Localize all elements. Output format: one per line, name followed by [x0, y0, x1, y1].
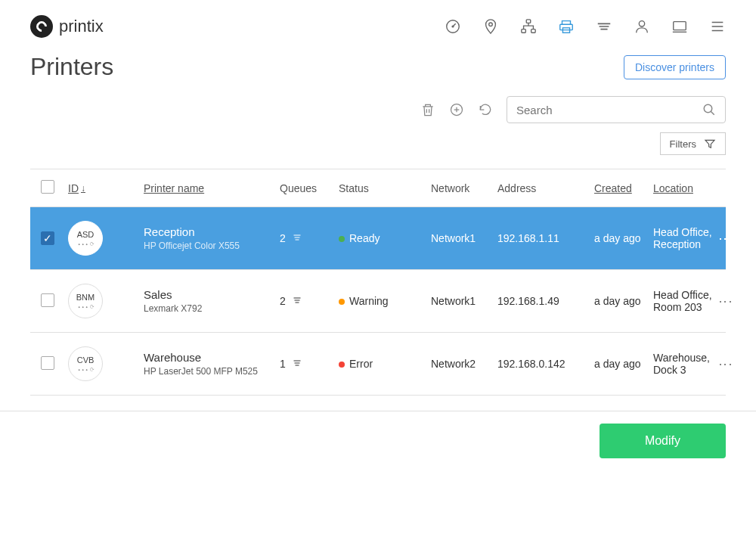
network-icon[interactable] [520, 18, 537, 35]
created-cell: a day ago [594, 232, 653, 244]
table-row[interactable]: BNM⬩⬩⬩ ⟳ SalesLexmark X792 2 Warning Net… [30, 270, 726, 333]
table-row[interactable]: ✓ ASD⬩⬩⬩ ⟳ ReceptionHP Officejet Color X… [30, 207, 726, 270]
printer-features-icon: ⬩⬩⬩ ⟳ [77, 240, 94, 247]
search-icon [702, 103, 716, 116]
column-created[interactable]: Created [594, 182, 653, 194]
svg-rect-5 [531, 29, 536, 33]
svg-point-11 [704, 104, 712, 113]
queue-count: 2 [280, 232, 286, 244]
queue-icon [290, 232, 304, 244]
printer-model: HP LaserJet 500 MFP M525 [144, 366, 280, 377]
network-cell: Network1 [431, 232, 497, 244]
status-dot-icon [339, 299, 345, 305]
column-status: Status [339, 182, 431, 194]
filters-button[interactable]: Filters [660, 132, 726, 155]
refresh-icon[interactable] [478, 102, 493, 117]
brand-name: printix [59, 17, 104, 36]
printer-model: Lexmark X792 [144, 303, 280, 314]
column-location[interactable]: Location [653, 182, 717, 194]
svg-point-2 [489, 23, 493, 26]
printers-table: ID ↓ Printer name Queues Status Network … [30, 169, 726, 396]
filters-label: Filters [670, 138, 696, 150]
delete-icon[interactable] [420, 102, 435, 117]
printer-badge: BNM⬩⬩⬩ ⟳ [68, 284, 103, 318]
more-options-icon[interactable]: ⋮ [717, 232, 740, 244]
address-cell: 192.168.1.49 [497, 295, 594, 307]
queue-icon [290, 358, 304, 370]
menu-icon[interactable] [709, 18, 726, 35]
queue-count: 2 [280, 295, 286, 307]
row-checkbox[interactable]: ✓ [41, 231, 54, 245]
status-text: Ready [349, 232, 380, 244]
network-cell: Network2 [431, 358, 497, 370]
svg-rect-4 [522, 29, 526, 33]
printer-badge: CVB⬩⬩⬩ ⟳ [68, 346, 103, 381]
sort-arrow-down-icon: ↓ [81, 183, 85, 194]
svg-point-8 [639, 21, 644, 26]
location-icon[interactable] [482, 18, 499, 35]
row-checkbox[interactable] [41, 356, 54, 370]
status-text: Warning [349, 295, 389, 307]
location-cell: Warehouse, Dock 3 [653, 352, 717, 376]
svg-rect-3 [526, 20, 531, 23]
column-network: Network [431, 182, 497, 194]
created-cell: a day ago [594, 358, 653, 370]
printer-model: HP Officejet Color X555 [144, 241, 280, 251]
status-text: Error [349, 358, 373, 370]
location-cell: Head Office, Reception [653, 226, 717, 250]
table-row[interactable]: CVB⬩⬩⬩ ⟳ WarehouseHP LaserJet 500 MFP M5… [30, 333, 726, 396]
status-dot-icon [339, 362, 345, 368]
brand-logo[interactable]: printix [30, 15, 104, 38]
queues-icon[interactable] [596, 18, 612, 35]
address-cell: 192.168.1.11 [497, 232, 594, 244]
svg-rect-9 [674, 22, 686, 30]
printer-name: Reception [144, 225, 280, 238]
network-cell: Network1 [431, 295, 497, 307]
search-input[interactable] [516, 104, 702, 116]
printer-name: Warehouse [144, 351, 280, 364]
dashboard-icon[interactable] [445, 18, 461, 35]
address-cell: 192.168.0.142 [497, 358, 594, 370]
page-title: Printers [30, 53, 113, 81]
svg-point-1 [452, 26, 454, 27]
discover-printers-button[interactable]: Discover printers [624, 55, 726, 79]
printer-features-icon: ⬩⬩⬩ ⟳ [77, 303, 94, 310]
select-all-checkbox[interactable] [41, 180, 54, 194]
printer-name: Sales [144, 288, 280, 301]
user-icon[interactable] [634, 18, 650, 35]
svg-rect-6 [560, 24, 573, 29]
row-checkbox[interactable] [41, 293, 54, 307]
filter-icon [704, 138, 716, 150]
search-box[interactable] [507, 96, 726, 123]
column-address: Address [497, 182, 594, 194]
more-options-icon[interactable]: ⋮ [717, 295, 740, 307]
location-cell: Head Office, Room 203 [653, 289, 717, 313]
status-dot-icon [339, 236, 345, 242]
logo-icon [30, 15, 53, 38]
more-options-icon[interactable]: ⋮ [717, 358, 740, 370]
column-id[interactable]: ID ↓ [68, 182, 144, 194]
computer-icon[interactable] [671, 18, 688, 35]
queue-icon [290, 295, 304, 307]
created-cell: a day ago [594, 295, 653, 307]
printers-icon[interactable] [558, 18, 575, 35]
column-printer-name[interactable]: Printer name [144, 182, 280, 194]
printer-badge: ASD⬩⬩⬩ ⟳ [68, 221, 103, 256]
printer-features-icon: ⬩⬩⬩ ⟳ [77, 365, 94, 373]
column-queues: Queues [280, 182, 339, 194]
queue-count: 1 [280, 358, 286, 370]
table-header: ID ↓ Printer name Queues Status Network … [30, 169, 726, 207]
modify-button[interactable]: Modify [600, 424, 726, 458]
add-icon[interactable] [449, 102, 464, 117]
